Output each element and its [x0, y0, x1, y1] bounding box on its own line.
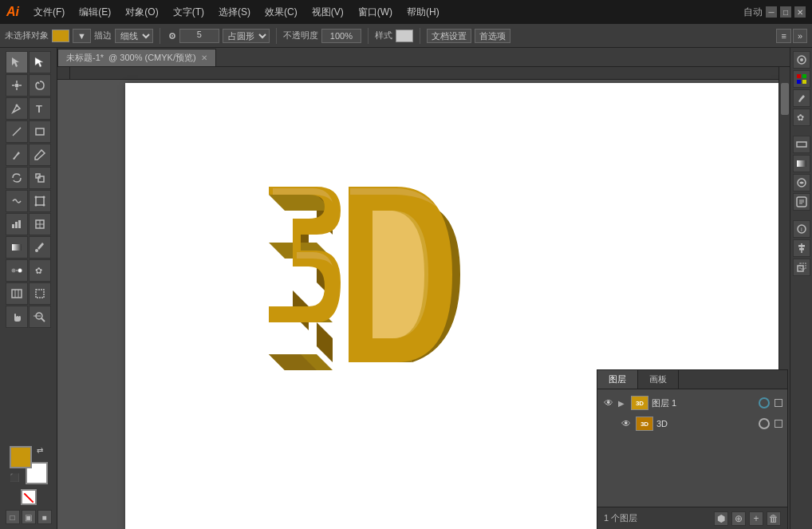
tab-close-button[interactable]: ✕ [201, 53, 207, 62]
panel-stroke-btn[interactable] [793, 136, 810, 153]
panel-appearance-btn[interactable] [793, 174, 810, 191]
symbol-tool[interactable]: ✿ [29, 259, 51, 282]
svg-rect-16 [36, 197, 44, 205]
rotate-tool[interactable] [6, 167, 28, 189]
type-tool[interactable]: T [29, 97, 51, 120]
normal-mode-btn[interactable]: □ [6, 510, 20, 524]
full-with-menu-btn[interactable]: ▣ [22, 510, 36, 524]
minimize-button[interactable]: ─ [766, 6, 777, 18]
fill-swatch[interactable] [52, 30, 69, 42]
none-swatch[interactable] [21, 489, 37, 505]
create-new-sublayer-btn[interactable]: ⊕ [731, 511, 746, 526]
menu-effect[interactable]: 效果(C) [258, 2, 304, 22]
panel-align-btn[interactable] [793, 239, 810, 257]
menu-help[interactable]: 帮助(H) [400, 2, 446, 22]
layers-footer: 1 个图层 ⬢ ⊕ + 🗑 [597, 507, 787, 529]
sublayer-name-1: 3D [656, 419, 755, 428]
sublayer-visibility-1[interactable]: 👁 [620, 417, 633, 430]
prefs-button[interactable]: 首选项 [475, 29, 510, 43]
layer-expand-1[interactable]: ▶ [618, 399, 628, 408]
menu-object[interactable]: 对象(O) [119, 2, 164, 22]
layer-visibility-1[interactable]: 👁 [602, 397, 615, 409]
paintbrush-tool[interactable] [6, 144, 28, 166]
style-swatch[interactable] [396, 30, 413, 42]
shape-select[interactable]: 占圆形 [223, 29, 270, 43]
rect-tool[interactable] [29, 120, 51, 143]
artboard-tool[interactable] [29, 282, 51, 305]
brush-size-input[interactable]: 5 [179, 29, 219, 43]
svg-text:✿: ✿ [35, 266, 42, 275]
graph-tool[interactable] [6, 213, 28, 235]
scroll-thumb[interactable] [781, 83, 789, 115]
menu-edit[interactable]: 编辑(E) [73, 2, 117, 22]
pencil-tool[interactable] [29, 144, 51, 166]
svg-rect-33 [12, 290, 22, 298]
gradient-tool[interactable] [6, 236, 28, 259]
close-button[interactable]: ✕ [794, 6, 806, 18]
panel-transform-btn[interactable] [793, 259, 810, 276]
artboards-tab[interactable]: 画板 [638, 370, 679, 389]
main-area: T [0, 48, 812, 529]
document-tab[interactable]: 未标题-1* @ 300% (CMYK/预览) ✕ [57, 49, 216, 66]
panel-brushes-btn[interactable] [793, 89, 810, 107]
zoom-tool[interactable] [29, 306, 51, 328]
arrange-button[interactable]: ≡ [776, 29, 790, 43]
eyedropper-tool[interactable] [29, 236, 51, 259]
sublayer-target-1[interactable] [759, 418, 770, 429]
svg-rect-48 [797, 160, 806, 167]
magic-wand-tool[interactable] [6, 74, 28, 97]
panel-color-btn[interactable] [793, 51, 810, 69]
doc-settings-button[interactable]: 文档设置 [427, 29, 471, 43]
svg-point-17 [35, 196, 37, 199]
lasso-tool[interactable] [29, 74, 51, 97]
layer-target-1[interactable] [759, 397, 770, 409]
line-tool[interactable] [6, 120, 28, 143]
swap-colors-button[interactable]: ⇄ [37, 446, 48, 457]
maximize-button[interactable]: □ [780, 6, 791, 18]
layers-tab[interactable]: 图层 [597, 370, 638, 389]
full-screen-btn[interactable]: ■ [37, 510, 52, 524]
menu-view[interactable]: 视图(V) [305, 2, 350, 22]
sublayer-row-1[interactable]: 👁 3D 3D [597, 413, 787, 434]
stroke-dropdown[interactable]: ▼ [73, 29, 91, 43]
menu-window[interactable]: 窗口(W) [352, 2, 399, 22]
svg-point-28 [35, 249, 38, 252]
mesh-tool[interactable] [29, 213, 51, 235]
layer-select-1[interactable] [775, 399, 782, 407]
make-clipping-mask-btn[interactable]: ⬢ [714, 511, 728, 526]
menu-type[interactable]: 文字(T) [167, 2, 211, 22]
layer-row-1[interactable]: 👁 ▶ 3D 图层 1 [597, 393, 787, 413]
delete-layer-btn[interactable]: 🗑 [767, 511, 781, 526]
svg-rect-58 [799, 248, 804, 251]
svg-rect-44 [797, 80, 801, 84]
svg-line-9 [38, 82, 39, 84]
create-new-layer-btn[interactable]: + [749, 511, 763, 526]
tab-bar: 未标题-1* @ 300% (CMYK/预览) ✕ [57, 48, 790, 67]
stroke-select[interactable]: 细线 1pt [115, 29, 153, 43]
panel-swatches-btn[interactable] [793, 70, 810, 88]
menu-file[interactable]: 文件(F) [27, 2, 71, 22]
panel-gradient-btn[interactable] [793, 155, 810, 172]
scale-tool[interactable] [29, 167, 51, 189]
panel-symbols-btn[interactable]: ✿ [793, 109, 810, 126]
select-tool[interactable] [6, 51, 28, 73]
svg-point-20 [43, 204, 45, 207]
svg-rect-57 [798, 245, 805, 247]
more-button[interactable]: » [793, 29, 807, 43]
fg-color-swatch[interactable] [10, 446, 32, 468]
free-transform-tool[interactable] [29, 190, 51, 212]
panel-graphic-styles-btn[interactable] [793, 193, 810, 211]
panel-info-btn[interactable]: i [793, 220, 810, 238]
hand-tool[interactable] [6, 306, 28, 328]
svg-rect-36 [36, 290, 44, 298]
direct-select-tool[interactable] [29, 51, 51, 73]
pen-tool[interactable] [6, 97, 28, 120]
warp-tool[interactable] [6, 190, 28, 212]
blend-tool[interactable] [6, 259, 28, 282]
column-graph-tool[interactable] [6, 282, 28, 305]
menu-select[interactable]: 选择(S) [212, 2, 257, 22]
svg-line-38 [41, 318, 45, 322]
default-colors-button[interactable]: ⬛ [10, 473, 21, 484]
sublayer-select-1[interactable] [775, 420, 782, 428]
opacity-input[interactable]: 100% [321, 29, 361, 43]
